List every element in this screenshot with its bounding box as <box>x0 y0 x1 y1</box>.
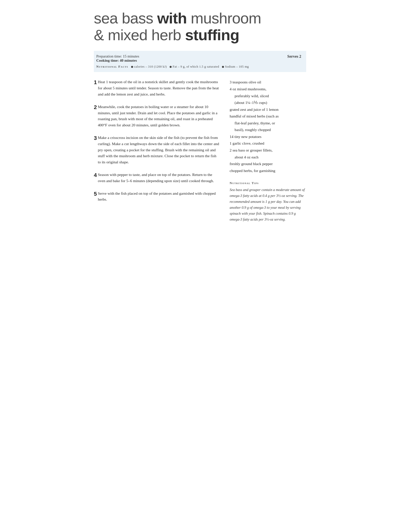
ingredient-item: 3 teaspoons olive oil <box>230 79 306 85</box>
step-number-4: 4 <box>94 172 97 179</box>
nutritional-facts-bar: Nutritional Facts calories – 310 (1200 k… <box>96 65 301 69</box>
time-info: Preparation time: 15 minutes Cooking tim… <box>96 54 139 63</box>
nutritional-tips-text: Sea bass and grouper contain a moderate … <box>230 187 306 223</box>
nutrition-item-3: Sodium – 105 mg <box>225 65 249 68</box>
content-area: 1Heat 1 teaspoon of the oil in a nonstic… <box>94 79 306 222</box>
step-2: 2Meanwhile, cook the potatoes in boiling… <box>94 104 220 128</box>
step-text-5: Serve with the fish placed on top of the… <box>98 190 220 203</box>
step-4: 4Season with pepper to taste, and place … <box>94 172 220 184</box>
step-text-1: Heat 1 teaspoon of the oil in a nonstick… <box>98 79 220 97</box>
step-text-3: Make a crisscross incision on the skin s… <box>98 135 220 165</box>
nutrition-item-2: Fat – 9 g, of which 1.5 g saturated <box>173 65 219 68</box>
title-line2: & mixed herb stuffing <box>94 26 239 43</box>
ingredient-item: preferably wild, sliced <box>230 93 306 99</box>
step-number-3: 3 <box>94 135 97 142</box>
ingredient-item: 4 oz mixed mushrooms, <box>230 86 306 92</box>
step-number-2: 2 <box>94 104 97 111</box>
step-1: 1Heat 1 teaspoon of the oil in a nonstic… <box>94 79 220 97</box>
ingredient-item: flat-leaf parsley, thyme, or <box>230 120 306 126</box>
step-3: 3Make a crisscross incision on the skin … <box>94 135 220 165</box>
info-row-top: Preparation time: 15 minutes Cooking tim… <box>96 54 301 63</box>
title-line1: sea bass with mushroom <box>94 10 261 27</box>
nutrition-label: Nutritional Facts <box>96 65 128 68</box>
info-bar: Preparation time: 15 minutes Cooking tim… <box>94 51 306 72</box>
recipe-title: sea bass with mushroom & mixed herb stuf… <box>94 10 306 43</box>
step-number-1: 1 <box>94 79 97 86</box>
nutrition-item-1: calories – 310 (1200 kJ) <box>134 65 167 68</box>
step-text-2: Meanwhile, cook the potatoes in boiling … <box>98 104 220 128</box>
bullet-1 <box>131 66 133 68</box>
serves: Serves 2 <box>287 54 301 59</box>
ingredients-column: 3 teaspoons olive oil4 oz mixed mushroom… <box>230 79 306 222</box>
ingredient-item: freshly ground black pepper <box>230 161 306 167</box>
ingredient-item: (about 1¼–1⅓ cups) <box>230 99 306 106</box>
ingredient-item: 14 tiny new potatoes <box>230 133 306 140</box>
ingredient-item: 1 garlic clove, crushed <box>230 140 306 147</box>
step-5: 5Serve with the fish placed on top of th… <box>94 190 220 203</box>
prep-time: Preparation time: 15 minutes <box>96 54 139 58</box>
step-number-5: 5 <box>94 190 97 198</box>
ingredient-item: grated zest and juice of 1 lemon <box>230 106 306 113</box>
bullet-2 <box>170 66 172 68</box>
instructions-column: 1Heat 1 teaspoon of the oil in a nonstic… <box>94 79 220 209</box>
ingredient-item: basil), roughly chopped <box>230 127 306 133</box>
ingredient-item: about 4 oz each <box>230 154 306 160</box>
nutritional-tips-section: Nutritional Tips Sea bass and grouper co… <box>230 181 306 223</box>
step-text-4: Season with pepper to taste, and place o… <box>98 172 220 184</box>
ingredient-item: 2 sea bass or grouper fillets, <box>230 147 306 153</box>
bullet-3 <box>222 66 224 68</box>
ingredient-item: handful of mixed herbs (such as <box>230 113 306 119</box>
ingredients-list: 3 teaspoons olive oil4 oz mixed mushroom… <box>230 79 306 174</box>
cook-time: Cooking time: 40 minutes <box>96 58 139 63</box>
ingredient-item: chopped herbs, for garnishing <box>230 168 306 174</box>
nutritional-tips-title: Nutritional Tips <box>230 181 306 185</box>
